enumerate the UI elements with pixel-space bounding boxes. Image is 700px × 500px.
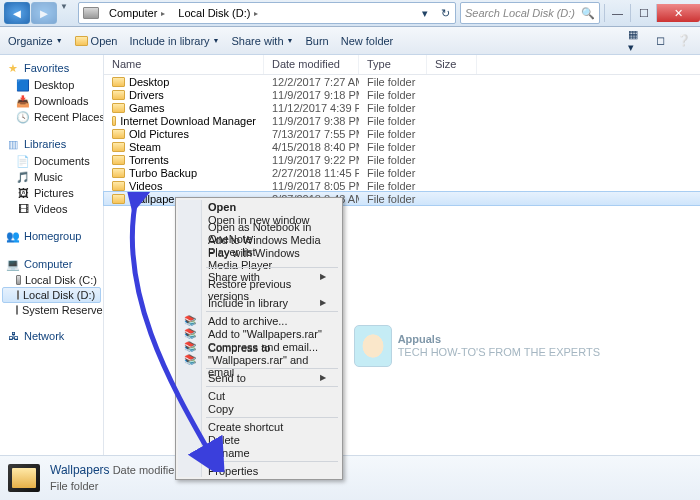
submenu-arrow-icon: ▶ <box>320 298 326 307</box>
file-row[interactable]: Videos11/9/2017 8:05 PMFile folder <box>104 179 700 192</box>
folder-icon <box>112 103 125 113</box>
menu-item[interactable]: Play with Windows Media Player <box>178 252 340 265</box>
file-name: Games <box>129 102 164 114</box>
videos-icon: 🎞 <box>16 202 30 216</box>
file-row[interactable]: Drivers11/9/2017 9:18 PMFile folder <box>104 88 700 101</box>
column-headers: Name Date modified Type Size <box>104 55 700 75</box>
menu-item[interactable]: Restore previous versions <box>178 283 340 296</box>
folder-icon <box>75 36 88 46</box>
file-date: 11/9/2017 9:18 PM <box>264 89 359 101</box>
sidebar-favorites-header[interactable]: ★Favorites <box>0 59 103 77</box>
navigation-sidebar: ★Favorites 🟦Desktop 📥Downloads 🕓Recent P… <box>0 55 104 455</box>
hdd-icon <box>17 290 19 300</box>
column-size[interactable]: Size <box>427 55 477 74</box>
sidebar-item-desktop[interactable]: 🟦Desktop <box>0 77 103 93</box>
sidebar-item-videos[interactable]: 🎞Videos <box>0 201 103 217</box>
include-library-button[interactable]: Include in library▼ <box>130 35 220 47</box>
help-icon[interactable]: ❔ <box>676 33 692 49</box>
menu-item[interactable]: Send to▶ <box>178 371 340 384</box>
file-name: Drivers <box>129 89 164 101</box>
folder-icon <box>112 77 125 87</box>
column-date[interactable]: Date modified <box>264 55 359 74</box>
organize-button[interactable]: Organize▼ <box>8 35 63 47</box>
search-input[interactable]: Search Local Disk (D:) 🔍 <box>460 2 600 24</box>
file-row[interactable]: Old Pictures7/13/2017 7:55 PMFile folder <box>104 127 700 140</box>
menu-item-label: Send to <box>208 372 246 384</box>
sidebar-item-drive-d[interactable]: Local Disk (D:) <box>2 287 101 303</box>
file-type: File folder <box>359 154 427 166</box>
menu-item[interactable]: Properties <box>178 464 340 477</box>
folder-thumbnail-icon <box>8 464 40 492</box>
address-bar[interactable]: Computer▸ Local Disk (D:)▸ ▾ ↻ <box>78 2 456 24</box>
menu-separator <box>206 417 338 418</box>
close-button[interactable]: ✕ <box>656 4 700 22</box>
sidebar-network-header[interactable]: 🖧Network <box>0 327 103 345</box>
folder-icon <box>112 155 125 165</box>
new-folder-button[interactable]: New folder <box>341 35 394 47</box>
file-row[interactable]: Steam4/15/2018 8:40 PMFile folder <box>104 140 700 153</box>
burn-button[interactable]: Burn <box>305 35 328 47</box>
share-with-button[interactable]: Share with▼ <box>232 35 294 47</box>
sidebar-computer-header[interactable]: 💻Computer <box>0 255 103 273</box>
maximize-button[interactable]: ☐ <box>630 4 656 22</box>
music-icon: 🎵 <box>16 170 30 184</box>
open-button[interactable]: Open <box>75 35 118 47</box>
column-name[interactable]: Name <box>104 55 264 74</box>
sidebar-item-downloads[interactable]: 📥Downloads <box>0 93 103 109</box>
file-row[interactable]: Desktop12/2/2017 7:27 AMFile folder <box>104 75 700 88</box>
menu-item[interactable]: Copy <box>178 402 340 415</box>
file-date: 2/27/2018 11:45 PM <box>264 167 359 179</box>
archive-icon: 📚 <box>183 340 197 354</box>
nav-history-dropdown[interactable]: ▼ <box>58 2 70 24</box>
archive-icon: 📚 <box>183 353 197 367</box>
menu-item[interactable]: 📚Compress to "Wallpapers.rar" and email <box>178 353 340 366</box>
sidebar-item-pictures[interactable]: 🖼Pictures <box>0 185 103 201</box>
menu-item[interactable]: 📚Add to archive... <box>178 314 340 327</box>
file-row[interactable]: Torrents11/9/2017 9:22 PMFile folder <box>104 153 700 166</box>
sidebar-item-documents[interactable]: 📄Documents <box>0 153 103 169</box>
refresh-icon[interactable]: ↻ <box>435 7 455 20</box>
folder-icon <box>112 129 125 139</box>
menu-item-label: Copy <box>208 403 234 415</box>
search-icon: 🔍 <box>581 7 595 20</box>
mascot-icon <box>354 325 392 367</box>
file-row[interactable]: Internet Download Manager11/9/2017 9:38 … <box>104 114 700 127</box>
file-row[interactable]: Games11/12/2017 4:39 PMFile folder <box>104 101 700 114</box>
column-type[interactable]: Type <box>359 55 427 74</box>
sidebar-item-music[interactable]: 🎵Music <box>0 169 103 185</box>
folder-icon <box>112 142 125 152</box>
breadcrumb[interactable]: Local Disk (D:)▸ <box>172 3 265 23</box>
address-dropdown-icon[interactable]: ▾ <box>415 7 435 20</box>
sidebar-item-drive-f[interactable]: System Reserved (F: <box>0 303 103 317</box>
menu-item[interactable]: Create shortcut <box>178 420 340 433</box>
file-type: File folder <box>359 76 427 88</box>
menu-item[interactable]: Rename <box>178 446 340 459</box>
minimize-button[interactable]: — <box>604 4 630 22</box>
menu-item[interactable]: Delete <box>178 433 340 446</box>
downloads-icon: 📥 <box>16 94 30 108</box>
file-row[interactable]: Turbo Backup2/27/2018 11:45 PMFile folde… <box>104 166 700 179</box>
sidebar-item-drive-c[interactable]: Local Disk (C:) <box>0 273 103 287</box>
breadcrumb[interactable]: Computer▸ <box>103 3 172 23</box>
hdd-icon <box>16 305 18 315</box>
menu-item[interactable]: Cut <box>178 389 340 402</box>
sidebar-item-recent[interactable]: 🕓Recent Places <box>0 109 103 125</box>
sidebar-libraries-header[interactable]: ▥Libraries <box>0 135 103 153</box>
file-type: File folder <box>359 115 427 127</box>
menu-item-label: Add to "Wallpapers.rar" <box>208 328 322 340</box>
menu-item[interactable]: Include in library▶ <box>178 296 340 309</box>
file-date: 11/12/2017 4:39 PM <box>264 102 359 114</box>
menu-item[interactable]: Open <box>178 200 340 213</box>
preview-pane-icon[interactable]: ◻ <box>652 33 668 49</box>
sidebar-homegroup-header[interactable]: 👥Homegroup <box>0 227 103 245</box>
view-options-icon[interactable]: ▦ ▾ <box>628 33 644 49</box>
folder-icon <box>112 116 116 126</box>
nav-back-button[interactable]: ◄ <box>4 2 30 24</box>
libraries-icon: ▥ <box>6 137 20 151</box>
nav-forward-button[interactable]: ► <box>31 2 57 24</box>
menu-separator <box>206 311 338 312</box>
desktop-icon: 🟦 <box>16 78 30 92</box>
menu-separator <box>206 461 338 462</box>
file-date: 12/2/2017 7:27 AM <box>264 76 359 88</box>
menu-item[interactable]: 📚Add to "Wallpapers.rar" <box>178 327 340 340</box>
